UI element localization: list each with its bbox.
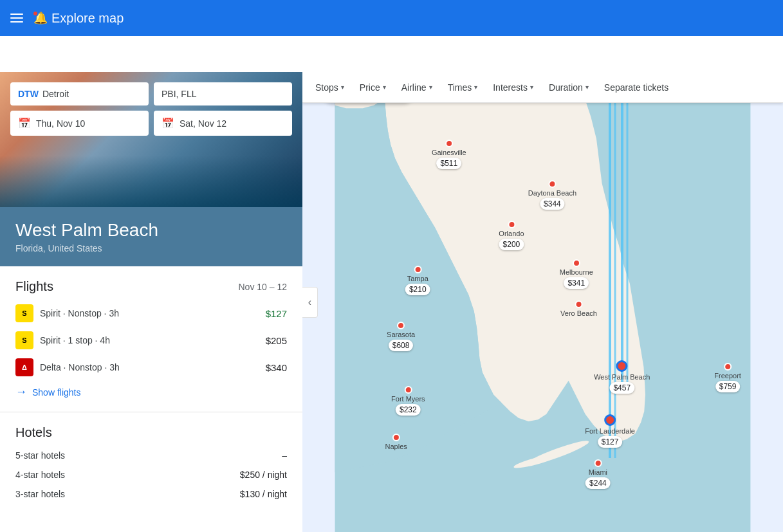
flight-price: $205	[266, 335, 287, 346]
pin-dot	[414, 266, 421, 273]
show-flights-button[interactable]: → Show flights	[15, 385, 287, 399]
pin-name: Sarasota	[387, 331, 415, 338]
hotels-header: Hotels	[15, 425, 287, 440]
pin-dot	[594, 459, 602, 467]
destination-location: Florida, United States	[15, 243, 287, 253]
price-filter[interactable]: Price ▾	[352, 78, 394, 96]
pin-name: Naples	[385, 443, 407, 450]
stops-chevron: ▾	[341, 84, 344, 91]
pin-name: Fort Myers	[391, 395, 425, 403]
pin-name: West Palm Beach	[594, 373, 650, 381]
pin-price: $210	[405, 284, 430, 295]
flights-header: Flights Nov 10 – 12	[15, 279, 287, 294]
flights-list: SSpirit · Nonstop · 3h$127SSpirit · 1 st…	[15, 304, 287, 376]
hotel-stars: 3-star hotels	[15, 489, 65, 499]
calendar-icon-depart: 📅	[18, 117, 31, 129]
pin-dot	[404, 386, 412, 394]
destination-name: West Palm Beach	[15, 220, 287, 241]
pin-dot	[575, 300, 583, 308]
stops-filter[interactable]: Stops ▾	[308, 78, 352, 96]
app-title: Explore map	[51, 11, 124, 26]
calendar-icon-return: 📅	[161, 117, 174, 129]
show-flights-label: Show flights	[32, 387, 80, 398]
menu-icon[interactable]	[10, 14, 23, 23]
pin-name: Freeport	[714, 372, 741, 380]
hotel-stars: 5-star hotels	[15, 450, 65, 461]
date-row: 📅 Thu, Nov 10 📅 Sat, Nov 12	[10, 111, 292, 136]
separate-tickets-filter[interactable]: Separate tickets	[596, 78, 676, 96]
pin-price: $244	[585, 477, 611, 489]
notification-icon[interactable]: 🔔	[33, 12, 46, 24]
destination-info: West Palm Beach Florida, United States	[0, 207, 302, 266]
airline-logo: Δ	[15, 358, 33, 376]
airline-logo: S	[15, 304, 33, 322]
map-pin-vero_beach[interactable]: Vero Beach	[560, 300, 597, 317]
duration-chevron: ▾	[585, 84, 589, 91]
map-pin-fort_myers[interactable]: Fort Myers$232	[391, 386, 425, 416]
pin-price: $511	[436, 158, 461, 169]
flight-details: Spirit · 1 stop · 4h	[40, 335, 110, 345]
hotel-row: 5-star hotels–	[15, 450, 287, 461]
collapse-icon: ‹	[308, 297, 311, 308]
map-pin-fort_lauderdale[interactable]: Fort Lauderdale$127	[585, 414, 635, 448]
flight-row[interactable]: SSpirit · Nonstop · 3h$127	[15, 304, 287, 322]
left-panel: DTW Detroit PBI, FLL 📅 Thu, Nov 10 📅 Sat…	[0, 72, 302, 532]
destination-input[interactable]: PBI, FLL	[154, 82, 292, 105]
topbar: 🔔 Explore map	[0, 0, 783, 36]
map-pin-tampa[interactable]: Tampa$210	[405, 266, 430, 295]
hotel-price: $250 / night	[240, 470, 287, 480]
pin-price: $200	[499, 239, 524, 250]
depart-date-input[interactable]: 📅 Thu, Nov 10	[10, 111, 149, 136]
flights-section: Flights Nov 10 – 12 SSpirit · Nonstop · …	[0, 266, 302, 412]
map-pin-sarasota[interactable]: Sarasota$608	[387, 322, 415, 351]
flight-row[interactable]: ΔDelta · Nonstop · 3h$340	[15, 358, 287, 376]
pin-name: Melbourne	[560, 268, 593, 276]
map-pin-naples[interactable]: Naples	[385, 434, 407, 450]
main-content: DTW Detroit PBI, FLL 📅 Thu, Nov 10 📅 Sat…	[0, 72, 783, 532]
times-filter[interactable]: Times ▾	[440, 78, 486, 96]
airline-chevron: ▾	[429, 84, 432, 91]
map-pin-melbourne[interactable]: Melbourne$341	[560, 259, 593, 289]
collapse-panel-button[interactable]: ‹	[302, 287, 318, 318]
flight-price: $340	[266, 362, 287, 373]
pin-price: $457	[609, 382, 634, 394]
pin-dot	[573, 259, 580, 267]
map-pins-container: Gainesville$511Daytona Beach$344Orlando$…	[302, 103, 783, 532]
origin-input[interactable]: DTW Detroit	[10, 82, 149, 105]
flight-details: Spirit · Nonstop · 3h	[40, 308, 119, 318]
map-pin-gainesville[interactable]: Gainesville$511	[432, 140, 466, 169]
pin-dot	[392, 434, 400, 441]
duration-filter[interactable]: Duration ▾	[541, 78, 596, 96]
return-date-input[interactable]: 📅 Sat, Nov 12	[154, 111, 292, 136]
map-pin-orlando[interactable]: Orlando$200	[499, 221, 524, 250]
pin-dot	[724, 363, 732, 371]
filter-bar: Stops ▾ Price ▾ Airline ▾ Times ▾ Intere…	[302, 72, 783, 103]
origin-name: Detroit	[42, 89, 69, 99]
pin-name: Orlando	[499, 230, 524, 237]
pin-price: $232	[396, 404, 421, 416]
pin-dot	[508, 221, 515, 228]
pin-name: Tampa	[407, 275, 428, 282]
interests-chevron: ▾	[530, 84, 533, 91]
hotels-list: 5-star hotels–4-star hotels$250 / night3…	[15, 450, 287, 499]
origin-code: DTW	[18, 89, 39, 99]
pin-name: Daytona Beach	[528, 189, 576, 197]
destination-image: DTW Detroit PBI, FLL 📅 Thu, Nov 10 📅 Sat…	[0, 72, 302, 207]
destination-value: PBI, FLL	[161, 89, 196, 99]
interests-filter[interactable]: Interests ▾	[485, 78, 541, 96]
pin-name: Gainesville	[432, 149, 466, 156]
map-pin-miami[interactable]: Miami$244	[585, 459, 611, 489]
map-area[interactable]: Stops ▾ Price ▾ Airline ▾ Times ▾ Intere…	[302, 72, 783, 532]
map-pin-west_palm[interactable]: West Palm Beach$457	[594, 360, 650, 394]
pin-price: $341	[564, 277, 589, 289]
times-chevron: ▾	[474, 84, 477, 91]
pin-selected-dot	[616, 360, 628, 372]
flight-row[interactable]: SSpirit · 1 stop · 4h$205	[15, 331, 287, 349]
pin-price: $608	[389, 340, 414, 351]
map-pin-daytona[interactable]: Daytona Beach$344	[528, 180, 576, 210]
hotel-row: 3-star hotels$130 / night	[15, 489, 287, 499]
map-pin-freeport[interactable]: Freeport$759	[714, 363, 741, 392]
pin-name: Vero Beach	[560, 309, 597, 317]
pin-dot	[397, 322, 405, 329]
airline-filter[interactable]: Airline ▾	[394, 78, 440, 96]
